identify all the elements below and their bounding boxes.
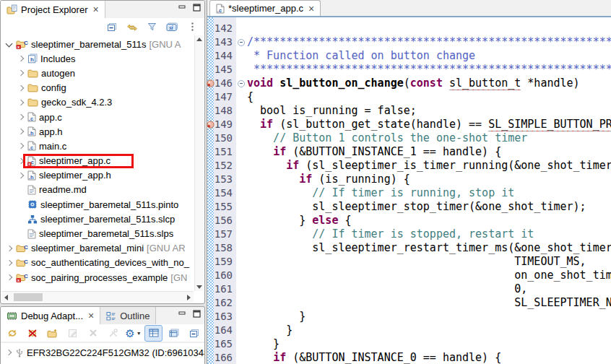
- chevron-right-icon[interactable]: [17, 69, 25, 77]
- chevron-right-icon[interactable]: [17, 128, 25, 135]
- chevron-right-icon[interactable]: [6, 259, 13, 266]
- close-icon[interactable]: ×: [88, 311, 94, 320]
- gear-menu-button[interactable]: ⚙▼: [124, 325, 142, 342]
- tree-item[interactable]: readme.md: [1, 183, 194, 197]
- tree-item[interactable]: autogen: [1, 66, 194, 80]
- tree-item[interactable]: .cxsleeptimer_app.c: [1, 154, 194, 168]
- chevron-right-icon[interactable]: [17, 113, 25, 121]
- code-line[interactable]: 164 }: [207, 324, 611, 337]
- fold-column[interactable]: [236, 77, 247, 90]
- link-editor-button[interactable]: [123, 19, 141, 35]
- table-view-icon: [149, 329, 159, 337]
- code-line[interactable]: 145 ************************************…: [207, 63, 611, 77]
- tree-item[interactable]: .happ.h: [1, 124, 194, 139]
- chevron-down-icon[interactable]: [6, 40, 13, 48]
- chevron-right-icon[interactable]: [17, 157, 25, 165]
- chevron-right-icon[interactable]: [17, 84, 25, 92]
- pe-vscrollbar[interactable]: [194, 35, 204, 291]
- disconnect-button[interactable]: [23, 325, 41, 342]
- fold-collapse-icon[interactable]: [238, 80, 245, 87]
- c-file-icon: .c: [216, 4, 225, 14]
- code-line[interactable]: 153 if (is_running) {: [207, 173, 611, 186]
- tab-project-explorer[interactable]: Project Explorer ×: [1, 1, 105, 18]
- code-line[interactable]: 151 if (&BUTTON_INSTANCE_1 == handle) {: [207, 145, 611, 159]
- code-line[interactable]: 161 0,: [207, 282, 611, 296]
- chevron-right-icon[interactable]: [6, 274, 13, 281]
- view-menu-button[interactable]: [183, 19, 202, 35]
- maximize-icon[interactable]: [193, 4, 201, 12]
- maximize-icon[interactable]: [193, 310, 201, 318]
- chevron-right-icon[interactable]: [17, 99, 25, 106]
- chevron-right-icon[interactable]: [5, 349, 12, 356]
- code-line[interactable]: 149 if (sl_button_get_state(handle) == S…: [207, 118, 611, 131]
- tree-item[interactable]: Csoc_authenticating_devices_with_no_: [1, 256, 194, 270]
- tile-view-button[interactable]: [165, 325, 183, 342]
- table-view-button[interactable]: [144, 325, 162, 342]
- code-line[interactable]: 146void sl_button_on_change(const sl_but…: [207, 77, 611, 90]
- fold-column: [236, 282, 247, 296]
- tree-item[interactable]: Csleeptimer_baremetal_mini [GNU AR: [1, 241, 194, 256]
- collapse-all-button[interactable]: [185, 325, 203, 342]
- preferences-button[interactable]: [104, 325, 122, 342]
- tree-item[interactable]: .capp.c: [1, 110, 194, 124]
- filter-button[interactable]: [143, 19, 161, 35]
- chevron-right-icon[interactable]: [17, 172, 25, 179]
- editor-panel: .c *sleeptimer_app.c × 142143/**********…: [207, 0, 611, 364]
- scroll-thumb[interactable]: [14, 293, 43, 301]
- code-line[interactable]: 162 SL_SLEEPTIMER_N: [207, 296, 611, 310]
- fold-column[interactable]: [236, 35, 247, 49]
- chevron-right-icon[interactable]: [17, 142, 25, 150]
- tree-item[interactable]: sleeptimer_baremetal_511s.slcp: [1, 212, 194, 226]
- code-text: // Button 1 controls the one-shot timer: [247, 131, 611, 145]
- chevron-right-icon[interactable]: [6, 245, 13, 252]
- collapse-all-button[interactable]: [103, 19, 121, 35]
- tab-debug-adapters[interactable]: Debug Adapt... ×: [1, 307, 100, 324]
- delete-button[interactable]: [84, 325, 102, 342]
- code-line[interactable]: 154 // If timer is running, stop it: [207, 186, 611, 200]
- tree-item[interactable]: sleeptimer_baremetal_511s.pinto: [1, 197, 194, 212]
- debug-adapter-row[interactable]: EFR32BG22C224F512GM32 (ID:69610348: [1, 342, 204, 362]
- arrow-spacer: [17, 215, 25, 222]
- si-filter-button[interactable]: si: [163, 19, 181, 35]
- minimize-icon[interactable]: [178, 4, 186, 12]
- code-line[interactable]: 148 bool is_running = false;: [207, 104, 611, 118]
- code-line[interactable]: 143/************************************…: [207, 35, 611, 49]
- code-line[interactable]: 163 }: [207, 310, 611, 324]
- tree-item[interactable]: .cmain.c: [1, 139, 194, 153]
- code-line[interactable]: 150 // Button 1 controls the one-shot ti…: [207, 131, 611, 145]
- code-line[interactable]: 166 if (&BUTTON_INSTANCE_0 == handle) {: [207, 351, 611, 364]
- fold-collapse-icon[interactable]: [238, 39, 245, 46]
- tree-item[interactable]: sleeptimer_baremetal_511s.slps: [1, 226, 194, 240]
- tree-item[interactable]: .hsleeptimer_app.h: [1, 168, 194, 183]
- code-line[interactable]: 165 }: [207, 337, 611, 351]
- code-line[interactable]: 156 } else {: [207, 214, 611, 228]
- code-line[interactable]: 159 TIMEOUT_MS,: [207, 255, 611, 269]
- rename-button[interactable]: [64, 325, 82, 342]
- code-line[interactable]: 158 sl_sleeptimer_restart_timer_ms(&one_…: [207, 241, 611, 255]
- tab-outline[interactable]: Outline: [100, 307, 156, 324]
- chevron-right-icon[interactable]: [17, 55, 25, 62]
- tree-item[interactable]: Cxsleeptimer_baremetal_511s [GNU A: [1, 37, 194, 51]
- gutter-annotation: [207, 104, 214, 118]
- fold-column: [236, 269, 247, 282]
- close-icon[interactable]: ×: [92, 5, 98, 14]
- code-line[interactable]: 152 if (sl_sleeptimer_is_timer_running(&…: [207, 159, 611, 173]
- close-icon[interactable]: ×: [308, 4, 314, 13]
- new-group-button[interactable]: [43, 325, 61, 342]
- code-line[interactable]: 142: [207, 22, 611, 35]
- tab-sleeptimer-app-c[interactable]: .c *sleeptimer_app.c ×: [209, 0, 321, 16]
- tree-item[interactable]: hIncludes: [1, 51, 194, 66]
- tree-item[interactable]: config: [1, 81, 194, 95]
- code-line[interactable]: 155 sl_sleeptimer_stop_timer(&one_shot_t…: [207, 200, 611, 214]
- code-line[interactable]: 160 on_one_shot_tim: [207, 269, 611, 282]
- code-line[interactable]: 144 * Function called on button change: [207, 49, 611, 63]
- minimize-icon[interactable]: [178, 311, 186, 318]
- code-line[interactable]: 147{: [207, 90, 611, 104]
- tree-item[interactable]: gecko_sdk_4.2.3: [1, 95, 194, 110]
- code-area[interactable]: 142143/*********************************…: [207, 17, 611, 364]
- code-line[interactable]: 157 // If timer is stopped, restart it: [207, 228, 611, 241]
- line-number: 166: [214, 351, 236, 364]
- pe-hscrollbar[interactable]: [1, 291, 194, 303]
- tree-item[interactable]: Cxsoc_pairing_processes_example [GN: [1, 270, 194, 285]
- connect-button[interactable]: [3, 325, 21, 342]
